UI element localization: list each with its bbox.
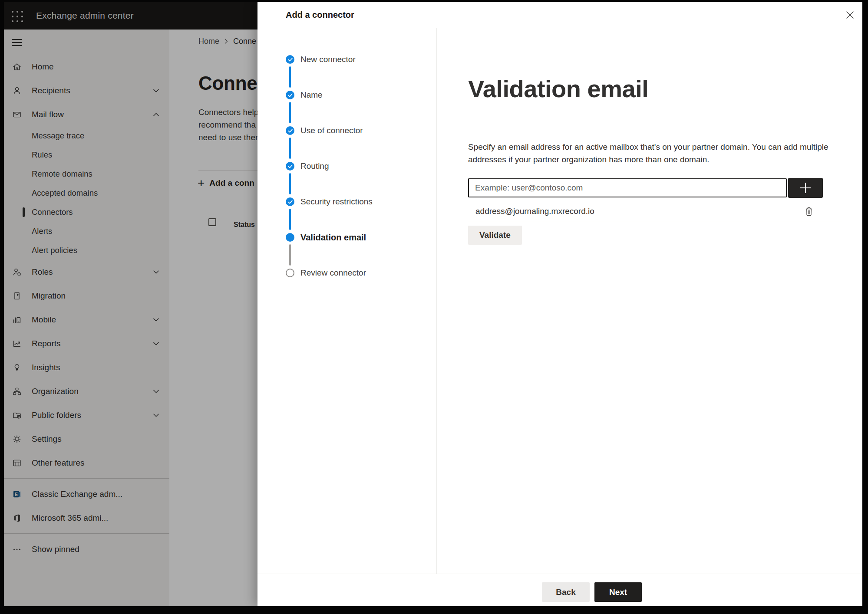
step-heading: Validation email — [468, 75, 648, 103]
step-check-icon — [286, 197, 294, 206]
address-email: address@journaling.mxrecord.io — [475, 207, 594, 216]
dialog-title: Add a connector — [286, 2, 354, 28]
app-window: Exchange admin center Home Recipients Ma… — [4, 2, 862, 606]
add-connector-dialog: Add a connector New connector Name Use o… — [257, 2, 862, 606]
plus-icon — [799, 181, 812, 195]
next-button[interactable]: Next — [594, 582, 642, 602]
step-security-restrictions[interactable]: Security restrictions — [286, 197, 373, 233]
step-check-icon — [286, 126, 294, 135]
step-name[interactable]: Name — [286, 91, 373, 126]
step-validation-email[interactable]: Validation email — [286, 233, 373, 269]
stepper-divider — [436, 28, 437, 574]
step-description: Specify an email address for an active m… — [468, 141, 831, 166]
validate-button[interactable]: Validate — [468, 226, 522, 245]
step-new-connector[interactable]: New connector — [286, 55, 373, 91]
close-icon[interactable] — [843, 8, 856, 21]
dialog-header-divider — [257, 28, 862, 28]
trash-icon — [805, 207, 813, 217]
step-use-of-connector[interactable]: Use of connector — [286, 126, 373, 162]
step-check-icon — [286, 55, 294, 64]
email-entry-row — [468, 178, 824, 198]
step-routing[interactable]: Routing — [286, 162, 373, 197]
step-review-connector[interactable]: Review connector — [286, 269, 373, 304]
delete-address-button[interactable] — [802, 205, 815, 218]
wizard-stepper: New connector Name Use of connector Rout… — [286, 55, 373, 304]
validation-email-input[interactable] — [468, 178, 787, 197]
step-check-icon — [286, 91, 294, 99]
step-upcoming-dot — [286, 269, 294, 277]
back-button[interactable]: Back — [542, 582, 590, 602]
dialog-footer-divider — [257, 574, 862, 574]
add-email-button[interactable] — [788, 178, 823, 198]
step-check-icon — [286, 162, 294, 171]
step-current-dot — [286, 233, 294, 242]
address-list-item: address@journaling.mxrecord.io — [468, 201, 842, 221]
